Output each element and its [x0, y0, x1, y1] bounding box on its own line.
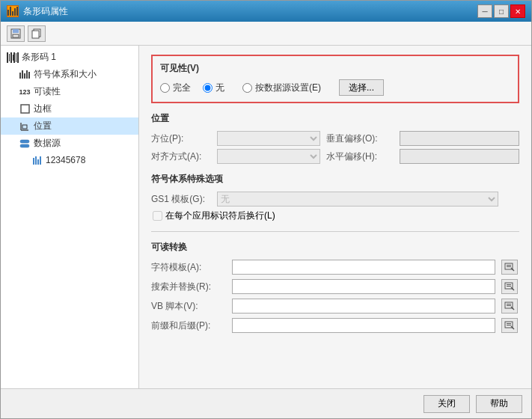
vb-script-row: VB 脚本(V): — [151, 299, 519, 314]
save-icon — [10, 28, 21, 39]
prefix-suffix-btn[interactable] — [501, 318, 518, 333]
char-template-btn[interactable] — [501, 260, 518, 275]
vertical-label: 垂直偏移(O): — [326, 132, 394, 145]
window-icon — [7, 5, 19, 17]
footer: 关闭 帮助 — [1, 388, 531, 418]
vertical-input[interactable] — [400, 131, 519, 146]
checkbox-row: 在每个应用标识符后换行(L) — [151, 210, 519, 222]
sidebar-datasource-label: 数据源 — [34, 137, 61, 150]
main-content: 条形码 1 符号体系和大小 123 可读性 — [1, 46, 531, 388]
horizontal-label: 水平偏移(H): — [326, 150, 394, 163]
visibility-full-radio[interactable] — [160, 83, 170, 93]
symbol-options-title: 符号体系特殊选项 — [151, 173, 519, 186]
close-window-button[interactable]: ✕ — [510, 4, 525, 18]
maximize-button[interactable]: □ — [494, 4, 509, 18]
sidebar-item-border[interactable]: 边框 — [1, 100, 138, 117]
position-section: 位置 方位(P): 垂直偏移(O): 对齐方式(A): 水平偏移(H): — [151, 112, 519, 164]
sidebar-barcode1-label: 条形码 1 — [22, 51, 56, 64]
barcode-icon — [7, 7, 18, 16]
position-form: 方位(P): 垂直偏移(O): 对齐方式(A): 水平偏移(H): — [151, 131, 519, 164]
visibility-title: 可见性(V) — [160, 62, 510, 75]
vb-script-btn[interactable] — [501, 299, 518, 314]
line-break-checkbox[interactable] — [153, 211, 162, 221]
border-icon — [19, 103, 31, 115]
gs1-select[interactable]: 无 — [217, 192, 498, 207]
visibility-section: 可见性(V) 完全 无 按数据源设置(E) 选择... — [151, 55, 519, 103]
svg-rect-10 — [20, 144, 29, 147]
direction-select[interactable] — [217, 131, 320, 146]
title-controls: ─ □ ✕ — [477, 4, 525, 18]
browse-icon-2 — [504, 281, 515, 292]
visibility-select-button[interactable]: 选择... — [339, 79, 384, 96]
sidebar-position-label: 位置 — [34, 120, 52, 132]
toolbar-button-2[interactable] — [28, 25, 46, 42]
svg-rect-12 — [507, 265, 511, 266]
prefix-suffix-row: 前缀和后缀(P): — [151, 318, 519, 333]
radio-full: 完全 — [160, 82, 191, 94]
sidebar-border-label: 边框 — [34, 103, 52, 115]
sidebar-item-datasource[interactable]: 数据源 — [1, 135, 138, 152]
svg-rect-15 — [507, 284, 511, 285]
visibility-datasource-radio[interactable] — [242, 83, 252, 93]
visibility-none-label: 无 — [215, 82, 224, 94]
right-panel: 可见性(V) 完全 无 按数据源设置(E) 选择... — [139, 46, 531, 388]
prefix-suffix-label: 前缀和后缀(P): — [151, 319, 226, 332]
svg-rect-8 — [22, 125, 27, 129]
char-template-label: 字符模板(A): — [151, 261, 226, 274]
svg-rect-5 — [21, 105, 29, 113]
visibility-full-label: 完全 — [173, 82, 191, 94]
svg-rect-21 — [507, 323, 511, 324]
readable-icon: 123 — [19, 86, 31, 98]
browse-icon-4 — [504, 320, 515, 331]
sidebar: 条形码 1 符号体系和大小 123 可读性 — [1, 46, 139, 388]
sidebar-readable-label: 可读性 — [34, 85, 61, 98]
help-button[interactable]: 帮助 — [476, 395, 522, 413]
position-title: 位置 — [151, 112, 519, 125]
search-replace-input[interactable] — [232, 279, 495, 294]
visibility-datasource-label: 按数据源设置(E) — [255, 82, 321, 94]
sidebar-item-symbology[interactable]: 符号体系和大小 — [1, 66, 138, 83]
direction-label: 方位(P): — [151, 132, 211, 145]
close-button[interactable]: 关闭 — [424, 395, 470, 413]
title-bar: 条形码属性 ─ □ ✕ — [1, 1, 531, 22]
sidebar-symbology-label: 符号体系和大小 — [34, 68, 97, 81]
svg-rect-9 — [20, 140, 29, 143]
sidebar-item-position[interactable]: 位置 — [1, 117, 138, 135]
symbol-options-section: 符号体系特殊选项 GS1 模板(G): 无 在每个应用标识符后换行(L) — [151, 173, 519, 222]
visibility-none-radio[interactable] — [203, 83, 213, 93]
toolbar-button-1[interactable] — [7, 25, 25, 42]
svg-rect-4 — [32, 31, 39, 38]
readable-convert-title: 可读转换 — [151, 241, 519, 254]
sidebar-datasource-val-label: 12345678 — [46, 155, 85, 165]
title-bar-left: 条形码属性 — [7, 5, 68, 18]
toolbar — [1, 22, 531, 46]
sidebar-item-datasource-val[interactable]: 12345678 — [1, 152, 138, 168]
svg-rect-16 — [507, 286, 511, 287]
gs1-label: GS1 模板(G): — [151, 193, 211, 206]
align-select[interactable] — [217, 149, 320, 164]
svg-rect-1 — [13, 29, 19, 33]
readable-convert-section: 可读转换 字符模板(A): 搜索并替换(R): — [151, 231, 519, 333]
minimize-button[interactable]: ─ — [477, 4, 492, 18]
vb-script-input[interactable] — [232, 299, 495, 314]
sidebar-item-barcode1[interactable]: 条形码 1 — [1, 49, 138, 66]
visibility-row: 完全 无 按数据源设置(E) 选择... — [160, 79, 510, 96]
align-label: 对齐方式(A): — [151, 150, 211, 163]
radio-datasource: 按数据源设置(E) — [242, 82, 321, 94]
browse-icon — [504, 262, 515, 272]
search-replace-btn[interactable] — [501, 279, 518, 294]
char-template-row: 字符模板(A): — [151, 260, 519, 275]
horizontal-input[interactable] — [400, 149, 519, 164]
barcode-large-icon — [7, 52, 19, 64]
search-replace-row: 搜索并替换(R): — [151, 279, 519, 294]
search-replace-label: 搜索并替换(R): — [151, 281, 226, 293]
browse-icon-3 — [504, 301, 515, 311]
barcode-datasource-icon — [31, 154, 43, 166]
datasource-icon — [19, 138, 31, 150]
svg-rect-22 — [507, 325, 511, 325]
line-break-label: 在每个应用标识符后换行(L) — [165, 210, 275, 222]
sidebar-item-readable[interactable]: 123 可读性 — [1, 83, 138, 100]
char-template-input[interactable] — [232, 260, 495, 275]
barcode-small-icon — [19, 69, 31, 81]
prefix-suffix-input[interactable] — [232, 318, 495, 333]
